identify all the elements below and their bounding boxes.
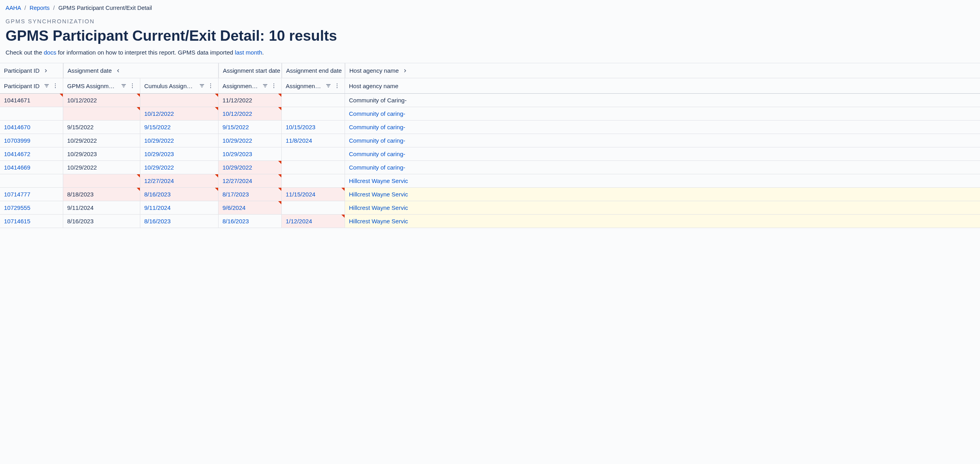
filter-icon[interactable] <box>120 82 127 89</box>
cell-host: Community of Caring- <box>345 94 980 107</box>
filter-icon[interactable] <box>325 82 332 89</box>
cell-end[interactable]: 10/15/2023 <box>282 121 345 134</box>
cell-value: 10/29/2022 <box>67 137 97 144</box>
chevron-left-icon <box>115 68 121 74</box>
cell-value: 9/11/2024 <box>144 204 171 211</box>
breadcrumb-section[interactable]: Reports <box>30 5 50 11</box>
cell-cad[interactable]: 10/29/2022 <box>140 161 219 174</box>
cell-host[interactable]: Community of caring- <box>345 121 980 134</box>
cell-host[interactable]: Community of caring- <box>345 134 980 147</box>
column-menu-icon[interactable] <box>270 82 277 89</box>
cell-end[interactable]: 11/8/2024 <box>282 134 345 147</box>
breadcrumb-sep: / <box>53 5 55 11</box>
cell-gad: 10/29/2022 <box>63 161 140 174</box>
cell-start[interactable]: 10/12/2022 <box>219 107 282 121</box>
cell-start[interactable]: 10/29/2022 <box>219 161 282 174</box>
changed-flag-icon <box>341 188 345 191</box>
column-header-participant-id[interactable]: Participant ID <box>0 78 63 94</box>
cell-pid[interactable]: 10714777 <box>0 188 63 201</box>
cell-host[interactable]: Hillcrest Wayne Servic <box>345 201 980 215</box>
last-month-link[interactable]: last month <box>235 49 262 56</box>
cell-pid[interactable]: 10414670 <box>0 121 63 134</box>
changed-flag-icon <box>137 94 140 97</box>
column-header-host-agency[interactable]: Host agency name <box>345 78 980 94</box>
cell-host[interactable]: Community of caring- <box>345 107 980 121</box>
cell-start[interactable]: 9/6/2024 <box>219 201 282 215</box>
cell-gad: 8/16/2023 <box>63 215 140 228</box>
filter-icon[interactable] <box>198 82 205 89</box>
column-menu-icon[interactable] <box>207 82 214 89</box>
changed-flag-icon <box>278 174 281 177</box>
table-row: 107295559/11/20249/11/20249/6/2024Hillcr… <box>0 201 980 215</box>
cell-value: Community of Caring- <box>349 97 407 104</box>
column-header-gpms-assignment-date[interactable]: GPMS Assignment date <box>63 78 140 94</box>
column-header-label: GPMS Assignment date <box>67 83 118 89</box>
cell-cad[interactable]: 12/27/2024 <box>140 174 219 188</box>
column-header-assignment-end[interactable]: Assignment end d… <box>282 78 345 94</box>
sub-header-row: Participant ID GPMS Assignment date Cumu… <box>0 78 980 94</box>
table-row: 10/12/202210/12/2022Community of caring- <box>0 107 980 121</box>
group-header-participant-id[interactable]: Participant ID <box>0 63 63 78</box>
cell-pid[interactable]: 10414669 <box>0 161 63 174</box>
cell-start[interactable]: 9/15/2022 <box>219 121 282 134</box>
cell-end[interactable]: 11/15/2024 <box>282 188 345 201</box>
cell-cad[interactable]: 10/29/2023 <box>140 147 219 161</box>
cell-pid[interactable]: 10714615 <box>0 215 63 228</box>
group-header-label: Host agency name <box>349 67 399 74</box>
cell-value: 10703999 <box>4 137 30 144</box>
changed-flag-icon <box>278 188 281 191</box>
group-header-assignment-start[interactable]: Assignment start date <box>219 63 282 78</box>
cell-host[interactable]: Hillcrest Wayne Servic <box>345 188 980 201</box>
cell-pid[interactable]: 10703999 <box>0 134 63 147</box>
cell-start[interactable]: 8/17/2023 <box>219 188 282 201</box>
cell-value: 9/15/2022 <box>222 124 249 130</box>
cell-start[interactable]: 10/29/2023 <box>219 147 282 161</box>
svg-point-29 <box>337 87 337 88</box>
cell-cad[interactable]: 9/15/2022 <box>140 121 219 134</box>
changed-flag-icon <box>215 188 218 191</box>
changed-flag-icon <box>215 94 218 97</box>
cell-host[interactable]: Community of caring- <box>345 161 980 174</box>
column-menu-icon[interactable] <box>334 82 341 89</box>
cell-cad[interactable]: 8/16/2023 <box>140 188 219 201</box>
column-menu-icon[interactable] <box>52 82 59 89</box>
cell-cad[interactable]: 10/12/2022 <box>140 107 219 121</box>
cell-start[interactable]: 8/16/2023 <box>219 215 282 228</box>
group-header-assignment-date[interactable]: Assignment date <box>63 63 219 78</box>
breadcrumb-root[interactable]: AAHA <box>6 5 21 11</box>
cell-pid[interactable]: 10729555 <box>0 201 63 215</box>
cell-end <box>282 174 345 188</box>
cell-end <box>282 201 345 215</box>
cell-host[interactable]: Community of caring- <box>345 147 980 161</box>
cell-start[interactable]: 12/27/2024 <box>219 174 282 188</box>
column-header-assignment-start[interactable]: Assignment start d… <box>219 78 282 94</box>
svg-point-9 <box>132 83 133 84</box>
cell-end[interactable]: 1/12/2024 <box>282 215 345 228</box>
group-header-label: Assignment start date <box>223 67 280 74</box>
cell-cad[interactable]: 10/29/2022 <box>140 134 219 147</box>
cell-value: 10714777 <box>4 191 30 198</box>
table-row: 1041467210/29/202310/29/202310/29/2023Co… <box>0 147 980 161</box>
filter-icon[interactable] <box>43 82 50 89</box>
cell-end <box>282 94 345 107</box>
group-header-host-agency[interactable]: Host agency name <box>345 63 980 78</box>
changed-flag-icon <box>60 94 63 97</box>
cell-cad[interactable]: 8/16/2023 <box>140 215 219 228</box>
cell-host[interactable]: Hillcrest Wayne Servic <box>345 174 980 188</box>
group-header-assignment-end[interactable]: Assignment end date <box>282 63 345 78</box>
column-header-label: Assignment end d… <box>286 83 322 89</box>
cell-cad[interactable]: 9/11/2024 <box>140 201 219 215</box>
cell-host[interactable]: Hillcrest Wayne Servic <box>345 215 980 228</box>
cell-value: Community of caring- <box>349 137 405 144</box>
docs-link[interactable]: docs <box>44 49 57 56</box>
cell-value: 8/16/2023 <box>67 218 94 224</box>
cell-value: 10/12/2022 <box>67 97 97 104</box>
filter-icon[interactable] <box>262 82 269 89</box>
cell-pid[interactable]: 10414672 <box>0 147 63 161</box>
cell-start[interactable]: 10/29/2022 <box>219 134 282 147</box>
cell-value: 10414672 <box>4 151 30 157</box>
column-menu-icon[interactable] <box>129 82 136 89</box>
subtitle-text: Check out the <box>6 49 44 56</box>
cell-value: 9/15/2022 <box>67 124 94 130</box>
column-header-cumulus-assignment-date[interactable]: Cumulus Assignment date <box>140 78 219 94</box>
